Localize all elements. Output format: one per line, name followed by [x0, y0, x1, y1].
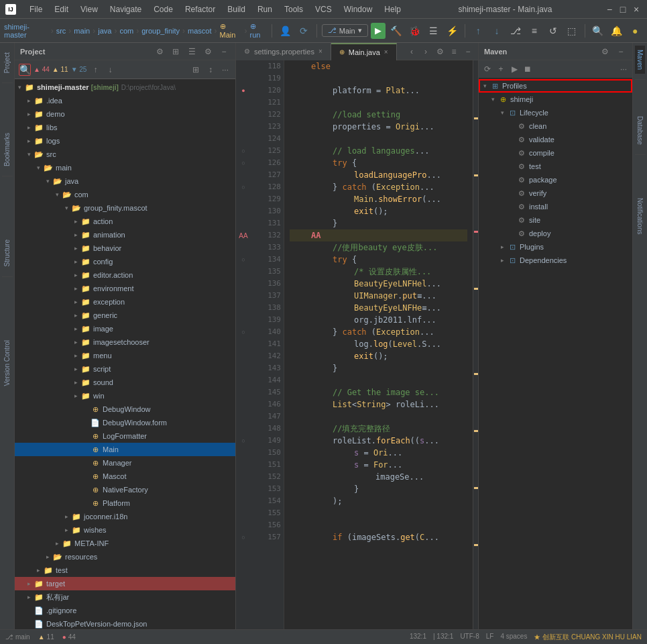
menu-view[interactable]: View — [75, 3, 103, 15]
settings-button[interactable]: ● — [627, 22, 643, 40]
maven-test[interactable]: ⚙ test — [479, 160, 632, 173]
breadcrumb-group[interactable]: group_finity — [141, 27, 180, 35]
maximize-button[interactable]: □ — [617, 4, 628, 15]
tree-test[interactable]: ▸ 📁 test — [15, 564, 235, 577]
maven-settings-btn[interactable]: ⚙ — [599, 46, 611, 58]
git-annotate-button[interactable]: ≡ — [526, 22, 542, 40]
breadcrumb-main-class[interactable]: ⊕ Main — [220, 22, 242, 39]
menu-run[interactable]: Run — [252, 3, 278, 15]
maven-deploy[interactable]: ⚙ deploy — [479, 227, 632, 240]
maven-stop-btn[interactable]: ⏹ — [522, 63, 534, 75]
search-everywhere-button[interactable]: 🔍 — [589, 22, 605, 40]
tree-nativefactory[interactable]: ▸ ⊕ NativeFactory — [15, 483, 235, 496]
tab-scroll-left[interactable]: ‹ — [406, 46, 418, 58]
tree-com[interactable]: ▾ 📂 com — [15, 188, 235, 201]
nav-up-btn[interactable]: ↑ — [89, 64, 101, 76]
debug-button[interactable]: 🐞 — [407, 22, 423, 40]
left-tab-structure[interactable]: Structure — [2, 234, 12, 272]
settings-tab-close[interactable]: × — [318, 48, 322, 55]
tree-main-class[interactable]: ▸ ⊕ Main — [15, 443, 235, 456]
tree-editor-action[interactable]: ▸ 📁 editor.action — [15, 268, 235, 282]
menu-window[interactable]: Window — [339, 3, 378, 15]
branch-selector[interactable]: ⎇ Main ▾ — [322, 24, 368, 37]
menu-build[interactable]: Build — [222, 3, 251, 15]
tab-more-btn[interactable]: ≡ — [448, 46, 460, 58]
maven-minimize-btn[interactable]: − — [615, 46, 627, 58]
project-panel-settings[interactable]: ⚙ — [154, 46, 166, 58]
tree-logformatter[interactable]: ▸ ⊕ LogFormatter — [15, 429, 235, 443]
tree-environment[interactable]: ▸ 📁 environment — [15, 282, 235, 295]
left-tab-project[interactable]: Project — [2, 47, 12, 78]
search-icon-project[interactable]: 🔍 — [19, 64, 31, 76]
tree-mascot[interactable]: ▸ ⊕ Mascot — [15, 470, 235, 483]
maven-refresh-btn[interactable]: ⟳ — [481, 63, 493, 75]
tree-script[interactable]: ▸ 📁 script — [15, 362, 235, 376]
menu-navigate[interactable]: Navigate — [105, 3, 147, 15]
scroll-indicator-bar[interactable] — [473, 60, 478, 629]
tree-libs[interactable]: ▸ 📁 libs — [15, 121, 235, 134]
status-indent[interactable]: 4 spaces — [500, 633, 527, 642]
left-tab-bookmarks[interactable]: Bookmarks — [2, 127, 12, 172]
breadcrumb-project[interactable]: shimeji-master — [4, 23, 48, 39]
tree-java[interactable]: ▾ 📂 java — [15, 174, 235, 188]
coverage-button[interactable]: ☰ — [425, 22, 441, 40]
tab-scroll-right[interactable]: › — [420, 46, 432, 58]
tab-settings-btn[interactable]: ⚙ — [434, 46, 446, 58]
tree-root[interactable]: ▾ 📁 shimeji-master [shimeji] D:\project\… — [15, 80, 235, 94]
project-panel-expand-all[interactable]: ⊞ — [170, 46, 182, 58]
main-tab-close[interactable]: × — [384, 48, 388, 56]
tree-image[interactable]: ▸ 📁 image — [15, 322, 235, 335]
maven-compile[interactable]: ⚙ compile — [479, 146, 632, 160]
tree-main[interactable]: ▾ 📂 main — [15, 161, 235, 174]
tree-imagesetchooser[interactable]: ▸ 📁 imagesetchooser — [15, 335, 235, 349]
breadcrumb-java[interactable]: java — [98, 27, 111, 35]
tab-mainjava[interactable]: ⊕ Main.java × — [331, 43, 397, 60]
status-branch[interactable]: ⎇ main — [5, 633, 30, 641]
menu-vcs[interactable]: VCS — [310, 3, 337, 15]
status-line-ending[interactable]: LF — [486, 633, 494, 642]
tree-target[interactable]: ▸ 📁 target — [15, 577, 235, 590]
tree-config[interactable]: ▸ 📁 config — [15, 255, 235, 268]
git-button[interactable]: ↑ — [470, 22, 486, 40]
maven-profiles[interactable]: ▾ ⊞ Profiles — [479, 79, 632, 93]
minimize-button[interactable]: − — [604, 4, 615, 15]
tree-animation[interactable]: ▸ 📁 animation — [15, 228, 235, 241]
git-pull-button[interactable]: ↓ — [489, 22, 505, 40]
right-tab-maven[interactable]: Maven — [635, 46, 645, 74]
maven-clean[interactable]: ⚙ clean — [479, 119, 632, 133]
tree-private-jar[interactable]: ▸ 📁 私有jar — [15, 590, 235, 604]
run-button[interactable]: ▶ — [371, 23, 386, 39]
tree-debugwindow-form[interactable]: ▸ 📄 DebugWindow.form — [15, 416, 235, 429]
breadcrumb-main[interactable]: main — [74, 27, 90, 35]
tree-group-finity[interactable]: ▾ 📂 group_finity.mascot — [15, 201, 235, 215]
tree-sound[interactable]: ▸ 📁 sound — [15, 376, 235, 389]
breadcrumb-mascot[interactable]: mascot — [188, 27, 211, 35]
tree-manager[interactable]: ▸ ⊕ Manager — [15, 456, 235, 470]
menu-refactor[interactable]: Refactor — [180, 3, 221, 15]
menu-help[interactable]: Help — [379, 3, 406, 15]
status-errors[interactable]: ● 44 — [62, 633, 76, 641]
sort-btn[interactable]: ↕ — [204, 64, 217, 76]
close-button[interactable]: × — [631, 4, 642, 15]
maven-site[interactable]: ⚙ site — [479, 213, 632, 227]
tree-wishes[interactable]: ▸ 📁 wishes — [15, 523, 235, 537]
maven-run-btn[interactable]: ▶ — [508, 63, 520, 75]
maven-dependencies[interactable]: ▸ ⊡ Dependencies — [479, 254, 632, 267]
code-editor[interactable]: else platform = Plat... //load setting p… — [284, 60, 473, 629]
tree-meta-inf[interactable]: ▸ 📁 META-INF — [15, 537, 235, 550]
maven-plugins[interactable]: ▸ ⊡ Plugins — [479, 240, 632, 254]
tab-minimize-btn[interactable]: − — [462, 46, 474, 58]
maven-package[interactable]: ⚙ package — [479, 173, 632, 186]
nav-down-btn[interactable]: ↓ — [104, 64, 116, 76]
tree-logs[interactable]: ▸ 📁 logs — [15, 134, 235, 148]
maven-add-btn[interactable]: + — [495, 63, 507, 75]
maven-validate[interactable]: ⚙ validate — [479, 133, 632, 146]
notifications-button[interactable]: 🔔 — [608, 22, 624, 40]
menu-code[interactable]: Code — [148, 3, 178, 15]
tree-joconner[interactable]: ▸ 📁 joconner.i18n — [15, 510, 235, 523]
tree-exception[interactable]: ▸ 📁 exception — [15, 295, 235, 309]
maven-verify[interactable]: ⚙ verify — [479, 186, 632, 200]
project-panel-collapse-all[interactable]: ☰ — [186, 46, 198, 58]
status-warnings[interactable]: ▲ 11 — [38, 633, 54, 641]
tree-src[interactable]: ▾ 📂 src — [15, 148, 235, 161]
